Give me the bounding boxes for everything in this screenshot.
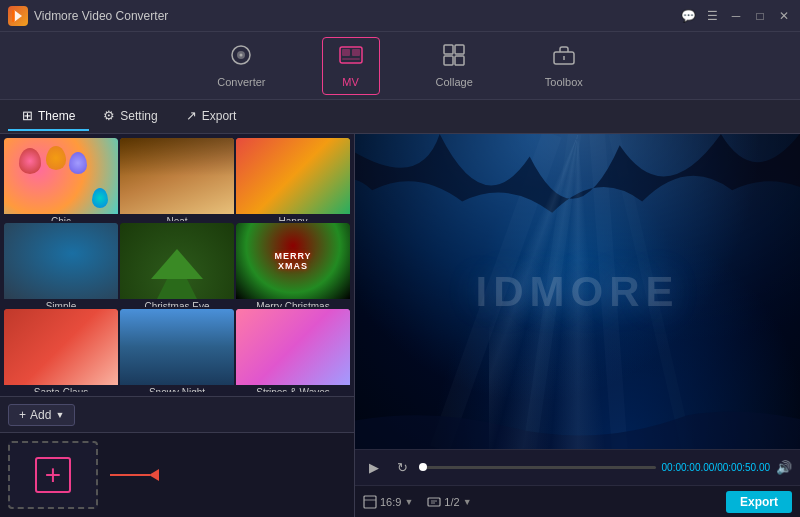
toolbox-icon [553,44,575,72]
mv-icon [339,44,363,72]
nav-mv-label: MV [342,76,359,88]
current-time: 00:00:00.00 [662,462,715,473]
titlebar-controls: 💬 ☰ ─ □ ✕ [680,8,792,24]
preview-bottom-bar: 16:9 ▼ 1/2 ▼ Export [355,485,800,517]
theme-neat-label: Neat [120,214,234,221]
svg-rect-12 [455,56,464,65]
arrow-indicator [110,469,159,481]
svg-rect-1 [12,10,15,22]
volume-icon[interactable]: 🔊 [776,460,792,475]
nav-collage-label: Collage [436,76,473,88]
play-button[interactable]: ▶ [363,457,385,479]
converter-icon [230,44,252,72]
svg-rect-10 [455,45,464,54]
app-logo [8,6,28,26]
svg-rect-22 [428,498,440,506]
theme-christmas-eve[interactable]: Christmas Eve [120,223,234,306]
nav-mv[interactable]: MV [322,37,380,95]
track-value: 1/2 [444,496,459,508]
theme-merry-christmas-label: Merry Christmas [236,299,350,306]
export-tab-icon: ↗ [186,108,197,123]
theme-tab-icon: ⊞ [22,108,33,123]
theme-grid: Chic Neat Happy Simple [0,134,354,396]
chat-icon[interactable]: 💬 [680,8,696,24]
svg-point-4 [240,53,243,56]
add-icon: + [19,408,26,422]
topnav: Converter MV Collage [0,32,800,100]
menu-icon[interactable]: ☰ [704,8,720,24]
add-label: Add [30,408,51,422]
theme-chic-label: Chic [4,214,118,221]
add-button[interactable]: + Add ▼ [8,404,75,426]
theme-neat[interactable]: Neat [120,138,234,221]
theme-santa-label: Santa Claus [4,385,118,392]
clip-area: + [0,432,354,517]
subtab-theme-label: Theme [38,109,75,123]
subtab-export[interactable]: ↗ Export [172,102,251,131]
svg-rect-8 [342,58,360,60]
theme-christmas-eve-label: Christmas Eve [120,299,234,306]
nav-converter-label: Converter [217,76,265,88]
export-button[interactable]: Export [726,491,792,513]
subtab-setting-label: Setting [120,109,157,123]
theme-happy[interactable]: Happy [236,138,350,221]
clip-slot[interactable]: + [8,441,98,509]
preview-controls: ▶ ↻ 00:00:00.00/00:00:50.00 🔊 [355,449,800,485]
track-selector[interactable]: 1/2 ▼ [427,495,471,509]
theme-simple-label: Simple [4,299,118,306]
main-content: Chic Neat Happy Simple [0,134,800,517]
preview-area: IDMORE [355,134,800,449]
close-button[interactable]: ✕ [776,8,792,24]
left-panel: Chic Neat Happy Simple [0,134,355,517]
ratio-selector[interactable]: 16:9 ▼ [363,495,413,509]
preview-watermark: IDMORE [476,268,680,316]
track-dropdown-icon: ▼ [463,497,472,507]
add-dropdown-icon: ▼ [55,410,64,420]
theme-santa-claus[interactable]: Santa Claus [4,309,118,392]
theme-snowy-label: Snowy Night [120,385,234,392]
nav-toolbox-label: Toolbox [545,76,583,88]
subtab-setting[interactable]: ⚙ Setting [89,102,171,131]
time-display: 00:00:00.00/00:00:50.00 [662,462,770,473]
svg-rect-7 [352,49,360,56]
theme-stripes-waves[interactable]: Stripes & Waves [236,309,350,392]
svg-rect-11 [444,56,453,65]
progress-bar[interactable] [419,466,656,469]
svg-rect-6 [342,49,350,56]
nav-toolbox[interactable]: Toolbox [529,38,599,94]
theme-simple[interactable]: Simple [4,223,118,306]
total-time: 00:00:50.00 [717,462,770,473]
nav-converter[interactable]: Converter [201,38,281,94]
svg-rect-20 [364,496,376,508]
theme-chic[interactable]: Chic [4,138,118,221]
ratio-icon [363,495,377,509]
svg-marker-0 [14,10,22,22]
theme-snowy-night[interactable]: Snowy Night [120,309,234,392]
titlebar-title: Vidmore Video Converter [34,9,168,23]
theme-stripes-label: Stripes & Waves [236,385,350,392]
titlebar-left: Vidmore Video Converter [8,6,168,26]
subtab-theme[interactable]: ⊞ Theme [8,102,89,131]
ratio-dropdown-icon: ▼ [404,497,413,507]
minimize-button[interactable]: ─ [728,8,744,24]
add-clip-icon: + [35,457,71,493]
track-icon [427,495,441,509]
theme-merry-christmas[interactable]: MERRYXMAS Merry Christmas [236,223,350,306]
ratio-value: 16:9 [380,496,401,508]
replay-button[interactable]: ↻ [391,457,413,479]
titlebar: Vidmore Video Converter 💬 ☰ ─ □ ✕ [0,0,800,32]
subtabs: ⊞ Theme ⚙ Setting ↗ Export [0,100,800,134]
collage-icon [443,44,465,72]
preview-background: IDMORE [355,134,800,449]
maximize-button[interactable]: □ [752,8,768,24]
nav-collage[interactable]: Collage [420,38,489,94]
theme-happy-label: Happy [236,214,350,221]
right-panel: IDMORE ▶ ↻ 00:00:00.00/00:00:50.00 🔊 16:… [355,134,800,517]
setting-tab-icon: ⚙ [103,108,115,123]
add-bar: + Add ▼ [0,396,354,432]
subtab-export-label: Export [202,109,237,123]
svg-rect-9 [444,45,453,54]
